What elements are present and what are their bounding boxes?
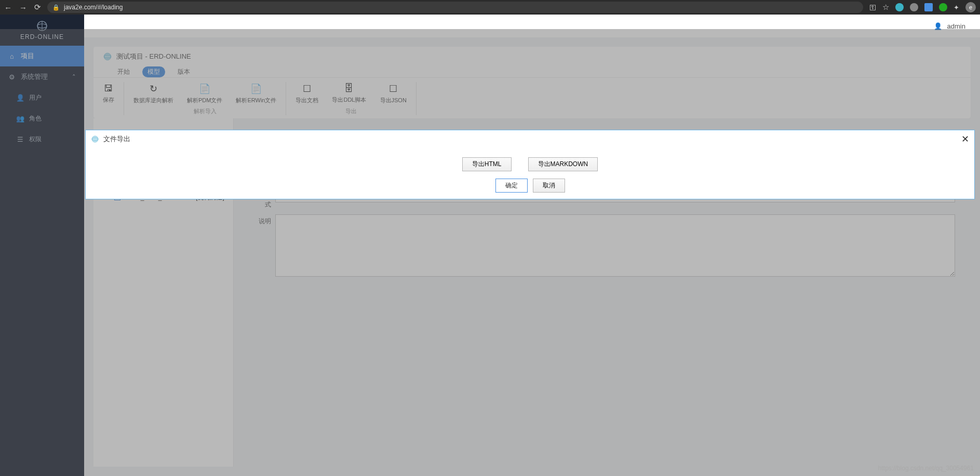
lock-icon: 🔒 [52, 4, 60, 11]
puzzle-icon[interactable]: ✦ [954, 4, 959, 11]
reload-icon[interactable]: ⟳ [34, 3, 41, 12]
modal-logo-icon [91, 135, 99, 143]
ext-icon-4[interactable] [939, 3, 947, 11]
ext-icon-1[interactable] [895, 3, 904, 11]
ok-button[interactable]: 确定 [495, 179, 528, 193]
modal-overlay [0, 29, 980, 476]
extension-area: ⚿ ☆ ✦ e [869, 2, 976, 12]
watermark-text: https://blog.csdn.net/qq_30054961 [878, 465, 974, 472]
browser-chrome: ← → ⟳ 🔒 java2e.com/#/loading ⚿ ☆ ✦ e [0, 0, 980, 15]
ext-icon-2[interactable] [910, 3, 918, 11]
export-markdown-button[interactable]: 导出MARKDOWN [528, 157, 598, 171]
cancel-button[interactable]: 取消 [533, 179, 565, 193]
back-icon[interactable]: ← [4, 3, 12, 12]
forward-icon[interactable]: → [19, 3, 27, 12]
ext-icon-3[interactable] [924, 3, 933, 11]
svg-point-5 [92, 136, 98, 142]
export-modal: 文件导出 ✕ 导出HTML 导出MARKDOWN 确定 取消 [85, 130, 975, 199]
url-text: java2e.com/#/loading [64, 4, 123, 11]
export-html-button[interactable]: 导出HTML [462, 157, 512, 171]
star-icon[interactable]: ☆ [882, 3, 889, 12]
profile-avatar[interactable]: e [965, 2, 976, 12]
close-icon[interactable]: ✕ [961, 133, 969, 145]
modal-title: 文件导出 [103, 134, 961, 144]
address-bar[interactable]: 🔒 java2e.com/#/loading [47, 2, 863, 13]
key-icon[interactable]: ⚿ [869, 4, 876, 11]
